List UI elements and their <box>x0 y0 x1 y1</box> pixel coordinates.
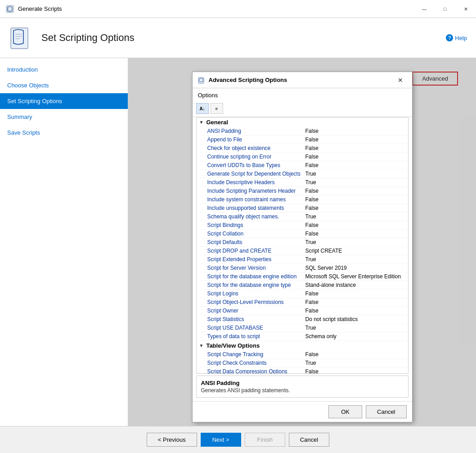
description-text: Generates ANSI padding statements. <box>201 387 404 394</box>
option-row[interactable]: Script Change TrackingFalse <box>197 350 408 359</box>
cancel-bottom-button[interactable]: Cancel <box>289 433 329 447</box>
option-name: Script Object-Level Permissions <box>207 299 305 305</box>
option-name: Continue scripting on Error <box>207 154 305 160</box>
advanced-scripting-options-dialog: Advanced Scripting Options ✕ Options A↓ … <box>192 72 413 422</box>
option-name: Script for the database engine edition <box>207 273 305 280</box>
option-row[interactable]: Include Scripting Parameters HeaderFalse <box>197 187 408 195</box>
options-label: Options <box>193 88 412 100</box>
option-name: Script Check Constraints <box>207 360 305 366</box>
option-row[interactable]: Script LoginsFalse <box>197 290 408 298</box>
close-button[interactable]: ✕ <box>455 0 476 18</box>
option-row[interactable]: Script DefaultsTrue <box>197 238 408 247</box>
option-name: Include Descriptive Headers <box>207 179 305 186</box>
option-value: True <box>305 325 404 331</box>
option-row[interactable]: Types of data to scriptSchema only <box>197 332 408 341</box>
option-name: Script for the database engine type <box>207 282 305 288</box>
description-title: ANSI Padding <box>201 380 404 386</box>
modal-close-button[interactable]: ✕ <box>394 74 407 86</box>
option-value: False <box>305 188 404 194</box>
option-row[interactable]: Script for the database engine typeStand… <box>197 281 408 290</box>
modal-overlay: Advanced Scripting Options ✕ Options A↓ … <box>128 58 476 426</box>
option-row[interactable]: ANSI PaddingFalse <box>197 127 408 136</box>
option-row[interactable]: Script BindingsFalse <box>197 221 408 230</box>
option-row[interactable]: Script DROP and CREATEScript CREATE <box>197 247 408 255</box>
option-row[interactable]: Script USE DATABASETrue <box>197 324 408 332</box>
option-row[interactable]: Script CollationFalse <box>197 230 408 238</box>
option-value: False <box>305 162 404 168</box>
option-row[interactable]: Script Check ConstraintsTrue <box>197 359 408 367</box>
option-row[interactable]: Generate Script for Dependent ObjectsTru… <box>197 170 408 178</box>
finish-button[interactable]: Finish <box>245 433 285 447</box>
option-row[interactable]: Include system constraint namesFalse <box>197 195 408 204</box>
option-row[interactable]: Script Object-Level PermissionsFalse <box>197 298 408 307</box>
sidebar-item-introduction[interactable]: Introduction <box>0 62 128 77</box>
sidebar-item-save-scripts[interactable]: Save Scripts <box>0 125 128 140</box>
option-row[interactable]: Script Data Compression OptionsFalse <box>197 367 408 374</box>
option-value: Microsoft SQL Server Enterprise Edition <box>305 273 404 280</box>
option-name: Script Owner <box>207 308 305 314</box>
table-view-section-header[interactable]: ▼ Table/View Options <box>197 341 408 350</box>
option-name: Convert UDDTs to Base Types <box>207 162 305 168</box>
sidebar-item-set-scripting-options[interactable]: Set Scripting Options <box>0 93 128 109</box>
general-section-label: General <box>206 119 228 126</box>
option-value: False <box>305 290 404 297</box>
option-row[interactable]: Continue scripting on ErrorFalse <box>197 153 408 161</box>
option-row[interactable]: Include unsupported statementsFalse <box>197 204 408 213</box>
option-value: True <box>305 360 404 366</box>
modal-title-bar: Advanced Scripting Options ✕ <box>193 72 412 88</box>
option-name: Script for Server Version <box>207 265 305 271</box>
app-icon <box>5 5 14 14</box>
ok-button[interactable]: OK <box>328 405 362 418</box>
option-row[interactable]: Append to FileFalse <box>197 136 408 144</box>
option-value: False <box>305 154 404 160</box>
categorized-button[interactable]: ≡ <box>211 103 223 114</box>
options-list[interactable]: ▼ General ANSI PaddingFalseAppend to Fil… <box>196 117 409 374</box>
previous-button[interactable]: < Previous <box>147 433 197 447</box>
option-value: False <box>305 299 404 305</box>
option-name: Include system constraint names <box>207 196 305 203</box>
option-row[interactable]: Script OwnerFalse <box>197 307 408 315</box>
page-title: Set Scripting Options <box>41 32 135 44</box>
general-options: ANSI PaddingFalseAppend to FileFalseChec… <box>197 127 408 341</box>
bottom-bar: < Previous Next > Finish Cancel <box>0 426 476 453</box>
option-name: Script DROP and CREATE <box>207 248 305 254</box>
option-row[interactable]: Convert UDDTs to Base TypesFalse <box>197 161 408 170</box>
title-bar: Generate Scripts — □ ✕ <box>0 0 476 18</box>
sidebar-item-choose-objects[interactable]: Choose Objects <box>0 77 128 93</box>
title-bar-text: Generate Scripts <box>18 5 62 12</box>
option-name: Script Statistics <box>207 316 305 322</box>
option-value: False <box>305 205 404 211</box>
maximize-button[interactable]: □ <box>435 0 455 18</box>
option-value: Schema only <box>305 333 404 340</box>
option-value: False <box>305 222 404 228</box>
option-value: False <box>305 368 404 374</box>
next-button[interactable]: Next > <box>201 433 241 447</box>
option-name: Script Logins <box>207 290 305 297</box>
title-bar-controls: — □ ✕ <box>414 0 476 18</box>
option-row[interactable]: Schema qualify object names.True <box>197 213 408 221</box>
option-value: SQL Server 2019 <box>305 265 404 271</box>
option-row[interactable]: Check for object existenceFalse <box>197 144 408 153</box>
general-chevron-icon: ▼ <box>199 120 204 125</box>
minimize-button[interactable]: — <box>414 0 435 18</box>
content-area: Advanced Advanced Scripting Options ✕ <box>128 58 476 426</box>
option-row[interactable]: Script for Server VersionSQL Server 2019 <box>197 264 408 272</box>
table-view-chevron-icon: ▼ <box>199 343 204 348</box>
option-row[interactable]: Script Extended PropertiesTrue <box>197 255 408 264</box>
header: Set Scripting Options ? Help <box>0 18 476 58</box>
option-name: Types of data to script <box>207 333 305 340</box>
option-value: False <box>305 128 404 134</box>
sidebar-item-summary[interactable]: Summary <box>0 109 128 125</box>
option-value: False <box>305 145 404 151</box>
help-link[interactable]: ? Help <box>446 34 467 41</box>
option-row[interactable]: Script for the database engine editionMi… <box>197 272 408 281</box>
option-value: False <box>305 308 404 314</box>
general-section-header[interactable]: ▼ General <box>197 118 408 127</box>
option-name: ANSI Padding <box>207 128 305 134</box>
cancel-button[interactable]: Cancel <box>366 405 406 418</box>
option-name: Generate Script for Dependent Objects <box>207 171 305 177</box>
option-row[interactable]: Include Descriptive HeadersTrue <box>197 178 408 187</box>
option-value: True <box>305 213 404 220</box>
sort-az-button[interactable]: A↓ <box>196 103 209 114</box>
option-row[interactable]: Script StatisticsDo not script statistic… <box>197 315 408 324</box>
